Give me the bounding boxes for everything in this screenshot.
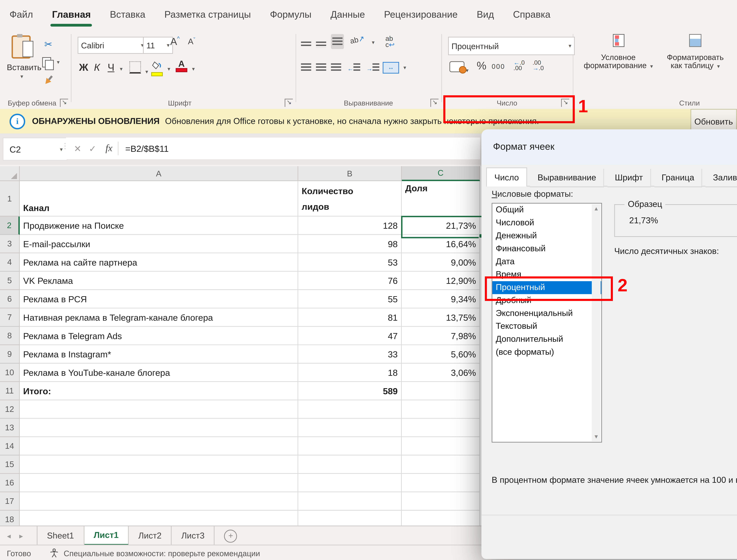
cell-C10[interactable]: 3,06%: [402, 364, 480, 382]
dialog-tab-border[interactable]: Граница: [654, 168, 702, 187]
cell-B15[interactable]: [298, 456, 402, 474]
fill-color-button[interactable]: [151, 60, 163, 76]
font-color-button[interactable]: А: [176, 59, 187, 72]
tab-help[interactable]: Справка: [504, 0, 560, 29]
cell-C5[interactable]: 12,90%: [402, 272, 480, 290]
font-launcher[interactable]: ↘: [285, 99, 293, 107]
cell-A11[interactable]: Итого:: [20, 382, 298, 400]
cell-A9[interactable]: Реклама в Instagram*: [20, 345, 298, 364]
row-header-5[interactable]: 5: [0, 272, 20, 290]
cell-C15[interactable]: [402, 456, 480, 474]
font-color-dropdown[interactable]: ▾: [192, 66, 195, 72]
cut-button[interactable]: ✂: [40, 38, 57, 50]
accounting-format-button[interactable]: ▾: [449, 61, 468, 75]
cell-A6[interactable]: Реклама в РСЯ: [20, 290, 298, 308]
cell-B14[interactable]: [298, 437, 402, 456]
row-header-16[interactable]: 16: [0, 474, 20, 492]
cancel-entry-icon[interactable]: ✕: [70, 143, 85, 153]
decrease-indent-button[interactable]: ←: [347, 61, 360, 74]
row-header-6[interactable]: 6: [0, 290, 20, 308]
scroll-down-icon[interactable]: ▼: [592, 432, 601, 441]
row-header-10[interactable]: 10: [0, 364, 20, 382]
cell-B1[interactable]: Количестволидов: [298, 181, 402, 216]
cell-B11[interactable]: 589: [298, 382, 402, 400]
align-center-button[interactable]: [316, 61, 326, 74]
row-header-11[interactable]: 11: [0, 382, 20, 400]
tab-home[interactable]: Главная: [42, 0, 100, 29]
cell-C4[interactable]: 9,00%: [402, 253, 480, 272]
row-header-9[interactable]: 9: [0, 345, 20, 364]
tab-file[interactable]: Файл: [0, 0, 42, 29]
accessibility-icon[interactable]: [49, 548, 59, 558]
format-item-12[interactable]: (все форматы): [492, 346, 601, 359]
selected-cell-outline[interactable]: [401, 216, 481, 238]
cell-B10[interactable]: 18: [298, 364, 402, 382]
cell-A4[interactable]: Реклама на сайте партнера: [20, 253, 298, 272]
dialog-title-bar[interactable]: Формат ячеек ? ✕: [481, 129, 737, 165]
cell-A10[interactable]: Реклама в YouTube-канале блогера: [20, 364, 298, 382]
row-header-1[interactable]: 1: [0, 181, 20, 216]
bold-button[interactable]: Ж: [79, 61, 88, 73]
cell-B18[interactable]: [298, 511, 402, 526]
cell-A8[interactable]: Реклама в Telegram Ads: [20, 327, 298, 345]
number-format-list[interactable]: ОбщийЧисловойДенежныйФинансовыйДатаВремя…: [492, 203, 602, 443]
cell-C18[interactable]: [402, 511, 480, 526]
cell-A7[interactable]: Нативная реклама в Telegram-канале блоге…: [20, 308, 298, 327]
row-header-8[interactable]: 8: [0, 327, 20, 345]
cell-B2[interactable]: 128: [298, 216, 402, 235]
comma-style-button[interactable]: 000: [492, 63, 505, 70]
cell-A12[interactable]: [20, 400, 298, 419]
fill-handle[interactable]: [479, 234, 481, 238]
scroll-up-icon[interactable]: ▲: [592, 204, 601, 213]
paste-button[interactable]: Вставить ▾: [7, 34, 35, 93]
cell-A16[interactable]: [20, 474, 298, 492]
cell-B8[interactable]: 47: [298, 327, 402, 345]
enter-entry-icon[interactable]: ✓: [85, 143, 100, 153]
col-header-A[interactable]: A: [20, 166, 298, 181]
row-header-12[interactable]: 12: [0, 400, 20, 419]
increase-indent-button[interactable]: →: [366, 61, 379, 74]
cell-C8[interactable]: 7,98%: [402, 327, 480, 345]
align-right-button[interactable]: [331, 61, 341, 74]
format-item-11[interactable]: Дополнительный: [492, 333, 601, 346]
cell-A2[interactable]: Продвижение на Поиске: [20, 216, 298, 235]
cell-C12[interactable]: [402, 400, 480, 419]
sheet-tab-list1[interactable]: Лист1: [84, 526, 129, 545]
col-header-B[interactable]: B: [298, 166, 402, 181]
format-item-10[interactable]: Текстовый: [492, 320, 601, 333]
status-accessibility[interactable]: Специальные возможности: проверьте реком…: [64, 549, 260, 557]
cell-A17[interactable]: [20, 492, 298, 511]
formula-field[interactable]: ✕ ✓ fx =B2/$B$11: [66, 137, 480, 159]
tab-view[interactable]: Вид: [467, 0, 503, 29]
underline-button[interactable]: Ч: [108, 61, 114, 73]
cell-A5[interactable]: VK Реклама: [20, 272, 298, 290]
format-item-5[interactable]: Дата: [492, 255, 601, 268]
cell-A18[interactable]: [20, 511, 298, 526]
sheet-tab-list3[interactable]: Лист3: [172, 526, 215, 545]
row-header-13[interactable]: 13: [0, 419, 20, 437]
cell-A14[interactable]: [20, 437, 298, 456]
cell-B9[interactable]: 33: [298, 345, 402, 364]
cell-B3[interactable]: 98: [298, 235, 402, 253]
percent-style-button[interactable]: %: [477, 60, 486, 72]
sheet-tab-list2[interactable]: Лист2: [129, 526, 172, 545]
cell-C11[interactable]: [402, 382, 480, 400]
col-header-C[interactable]: C: [402, 166, 480, 181]
cell-B13[interactable]: [298, 419, 402, 437]
format-item-4[interactable]: Финансовый: [492, 242, 601, 255]
number-format-combo[interactable]: Процентный▾: [448, 37, 575, 55]
name-box[interactable]: C2 ▾: [3, 137, 67, 161]
dialog-tab-number[interactable]: Число: [486, 167, 527, 186]
cell-B5[interactable]: 76: [298, 272, 402, 290]
row-header-7[interactable]: 7: [0, 308, 20, 327]
format-item-2[interactable]: Числовой: [492, 216, 601, 229]
row-header-2[interactable]: 2: [0, 216, 20, 235]
cell-C7[interactable]: 13,75%: [402, 308, 480, 327]
cell-A15[interactable]: [20, 456, 298, 474]
cell-C14[interactable]: [402, 437, 480, 456]
format-item-3[interactable]: Денежный: [492, 229, 601, 242]
cell-C9[interactable]: 5,60%: [402, 345, 480, 364]
select-all-corner[interactable]: [0, 166, 20, 181]
sheet-nav-left-icon[interactable]: ◂: [3, 526, 15, 545]
cell-A13[interactable]: [20, 419, 298, 437]
